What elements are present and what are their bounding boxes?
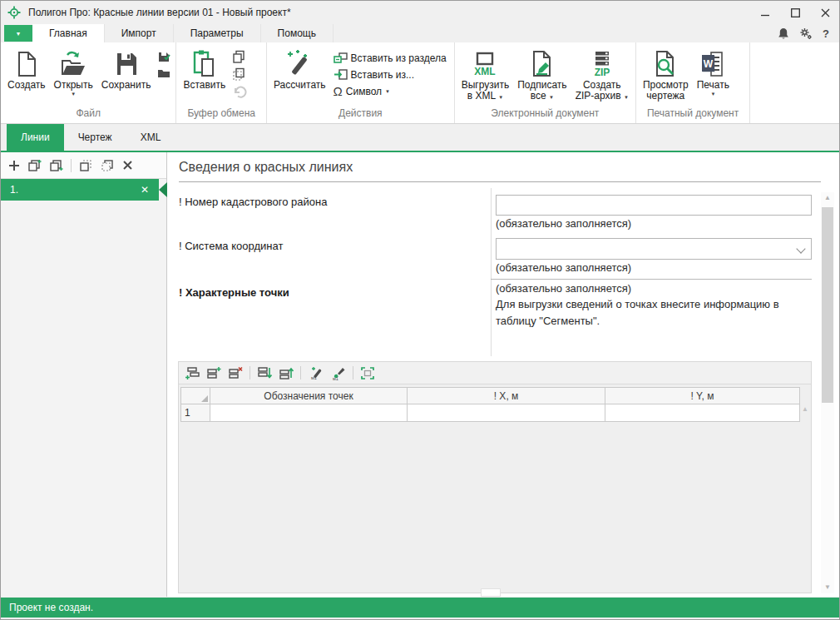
insert-from-button[interactable]: Вставить из... — [334, 68, 447, 81]
cell-x[interactable] — [408, 404, 605, 422]
zip-archive-icon: ZIP — [588, 48, 616, 80]
copy-icon[interactable] — [232, 50, 247, 63]
tab-parametry[interactable]: Параметры — [174, 24, 261, 42]
group-label-file: Файл — [3, 107, 173, 123]
scrollbar-thumb[interactable] — [822, 207, 833, 403]
add-row-icon[interactable] — [185, 366, 200, 380]
tab-glavnaya[interactable]: Главная — [32, 24, 105, 42]
open-folder-icon — [59, 48, 87, 80]
cell-y[interactable] — [605, 404, 800, 422]
ribbon-group-actions: Рассчитать Вставить из раздела Вставить … — [267, 42, 455, 123]
section-title: Сведения о красных линиях — [179, 160, 353, 175]
save-as-icon[interactable] — [157, 50, 170, 63]
app-menu-button[interactable]: ▼ — [4, 25, 32, 42]
paste-special-line-icon[interactable] — [101, 159, 115, 172]
new-document-icon — [14, 48, 39, 80]
add-line-icon[interactable] — [8, 160, 20, 171]
sign-all-button[interactable]: Подписать все ▼ — [513, 47, 571, 103]
print-button[interactable]: W Печать ▼ — [693, 47, 734, 99]
cadastral-district-input[interactable] — [496, 195, 812, 216]
menu-tab-row: ▼ Главная Импорт Параметры Помощь ? — [1, 24, 839, 42]
remove-item-icon[interactable]: ✕ — [141, 184, 149, 196]
paste-button[interactable]: Вставить — [179, 47, 230, 92]
insert-from-icon — [334, 68, 348, 81]
svg-text:м1: м1 — [333, 375, 338, 380]
open-button[interactable]: Открыть ▼ — [50, 47, 97, 99]
maximize-button[interactable] — [789, 7, 801, 18]
row-number-cell[interactable]: 1 — [181, 404, 210, 422]
create-zip-button[interactable]: ZIP Создать ZIP-архив ▼ — [571, 47, 633, 103]
notifications-bell-icon[interactable] — [778, 27, 789, 40]
lines-list-toolbar — [1, 152, 166, 179]
main-scrollbar[interactable]: ▲ ▼ — [821, 192, 834, 593]
table-row: 1 — [181, 404, 800, 422]
move-row-down-icon[interactable] — [257, 366, 272, 380]
chevron-down-icon — [796, 244, 805, 253]
insert-row-icon[interactable] — [206, 366, 221, 380]
svg-text:W: W — [704, 58, 714, 70]
points-table: Обозначения точек ! X, м ! Y, м 1 — [180, 387, 800, 422]
help-icon[interactable]: ? — [823, 27, 829, 40]
autofill-wand-icon[interactable]: м1 — [308, 366, 324, 380]
duplicate-line-icon[interactable] — [27, 159, 42, 172]
label-characteristic-points: ! Характерные точки — [179, 286, 289, 299]
coordinate-system-select[interactable] — [496, 238, 812, 260]
app-logo-icon — [7, 6, 21, 19]
minimize-button[interactable] — [759, 7, 771, 18]
undo-icon[interactable] — [232, 85, 247, 98]
export-xml-button[interactable]: XML Выгрузить в XML ▼ — [457, 47, 514, 103]
group-label-clipboard: Буфер обмена — [179, 107, 264, 123]
copy-special-icon[interactable] — [232, 67, 247, 81]
preview-drawing-button[interactable]: Просмотр чертежа — [639, 47, 693, 103]
ribbon-group-pdocument: Просмотр чертежа W Печать ▼ Печатный док… — [636, 42, 750, 123]
points-note: Для выгрузки сведений о точках внесите и… — [496, 296, 813, 330]
copy-line-icon[interactable] — [49, 159, 63, 172]
toolbar-separator — [353, 366, 353, 379]
statusbar: Проект не создан. — [1, 597, 839, 619]
group-label-edocument: Электронный документ — [457, 107, 633, 123]
word-document-icon: W — [700, 48, 725, 80]
delete-row-icon[interactable] — [228, 366, 243, 380]
settings-gear-icon[interactable] — [799, 27, 813, 40]
omega-symbol-icon: Ω — [334, 85, 343, 97]
divider — [491, 279, 812, 280]
tab-pomosch[interactable]: Помощь — [261, 24, 334, 42]
svg-text:ZIP: ZIP — [594, 67, 610, 78]
open-recent-folder-icon[interactable] — [157, 67, 170, 79]
insert-from-section-button[interactable]: Вставить из раздела — [334, 52, 447, 64]
table-scrollbar-up[interactable]: ▲ — [799, 404, 811, 421]
delete-line-icon[interactable] — [122, 160, 133, 171]
chevron-down-icon: ▼ — [549, 95, 554, 100]
toolbar-separator — [71, 159, 72, 172]
label-coordinate-system: ! Система координат — [179, 240, 283, 252]
insert-from-section-icon — [334, 52, 348, 64]
splitter-grip[interactable] — [481, 588, 501, 597]
column-header-designation[interactable]: Обозначения точек — [210, 388, 408, 404]
scroll-up-icon[interactable]: ▲ — [821, 192, 834, 204]
list-item-line-1[interactable]: 1. ✕ — [1, 179, 159, 201]
column-header-y[interactable]: ! Y, м — [605, 388, 800, 404]
close-button[interactable] — [819, 7, 831, 18]
hint-required: (обязательно заполняется) — [496, 217, 631, 230]
calculate-button[interactable]: Рассчитать — [269, 47, 330, 92]
magic-wand-icon — [285, 48, 314, 80]
chevron-down-icon: ▼ — [710, 91, 715, 97]
create-button[interactable]: Создать — [3, 47, 50, 92]
status-text: Проект не создан. — [9, 602, 93, 613]
symbol-button[interactable]: Ω Символ ▼ — [334, 85, 447, 97]
doc-tab-drawing[interactable]: Чертеж — [64, 124, 126, 151]
doc-tab-xml[interactable]: XML — [126, 124, 175, 151]
tab-import[interactable]: Импорт — [105, 24, 174, 42]
scroll-down-icon[interactable]: ▼ — [821, 582, 834, 593]
expand-table-icon[interactable] — [360, 366, 375, 380]
chevron-down-icon: ▼ — [624, 95, 629, 100]
table-corner-cell[interactable] — [181, 388, 210, 404]
format-brush-icon[interactable]: м1 — [330, 366, 346, 380]
paste-line-icon[interactable] — [79, 159, 93, 172]
save-button[interactable]: Сохранить — [97, 47, 156, 92]
toolbar-separator — [250, 366, 250, 379]
cell-designation[interactable] — [210, 404, 408, 422]
doc-tab-lines[interactable]: Линии — [7, 124, 64, 151]
column-header-x[interactable]: ! X, м — [408, 388, 605, 404]
move-row-up-icon[interactable] — [279, 366, 294, 380]
